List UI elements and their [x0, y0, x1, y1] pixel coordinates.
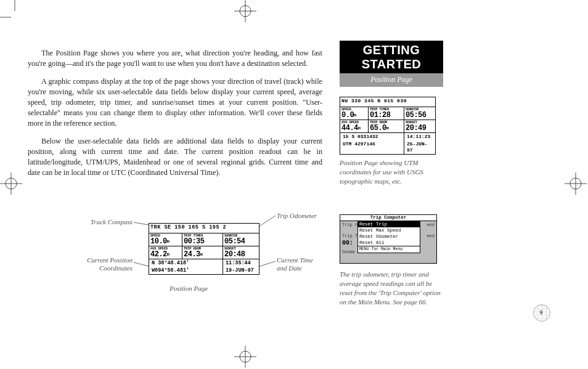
section-header: GETTING STARTED Position Page [340, 41, 443, 87]
lcd-date: 19-JUN-97 [226, 267, 254, 274]
svg-point-2 [240, 6, 251, 17]
menu-item-reset-trip[interactable]: Reset Trip [358, 221, 420, 227]
svg-point-11 [570, 178, 581, 189]
lcd-value: 05:56 [406, 112, 434, 120]
section-title: GETTING STARTED [340, 41, 443, 73]
lcd-pos: UTM 4297146 [343, 141, 375, 147]
section-subtitle: Position Page [340, 73, 443, 87]
reg-mark-bottom [228, 342, 265, 369]
lcd-value: 10.0 [150, 237, 167, 246]
svg-point-8 [6, 178, 17, 189]
lcd-value: 42.2 [150, 250, 167, 259]
paragraph-1: The Position Page shows you where you ar… [28, 48, 322, 69]
menu-item-reset-odometer[interactable]: Reset Odometer [358, 233, 420, 240]
lcd-screenshot-main: TRK SE 150 165 S 195 2 SPEED 10.0m TRIP … [149, 223, 259, 275]
main-text-column: The Position Page shows you where you ar… [28, 48, 322, 185]
page-number-badge: 9 [533, 304, 549, 320]
bg-text: eed [427, 233, 435, 238]
lcd-time: 11:35:44 [226, 260, 251, 266]
lcd-value: 05:54 [224, 238, 258, 246]
lcd-pos: W094°56.481' [152, 267, 189, 274]
lcd-compass-strip: TRK SE 150 165 S 195 2 [149, 224, 259, 233]
position-page-diagram: Track Compass Trip Odometer Current Posi… [28, 202, 322, 307]
lcd-value: 20:49 [406, 124, 434, 132]
trip-computer-menu: Reset Trip Reset Max Speed Reset Odomete… [357, 221, 420, 253]
paragraph-2: A graphic compass display at the top of … [28, 76, 322, 129]
reg-mark-right [561, 166, 588, 203]
lcd-screenshot-utm: NW 330 345 N 015 030 SPEED 0.0m TRIP TIM… [340, 97, 436, 155]
reg-mark-left [0, 166, 27, 203]
caption-utm: Position Page showing UTM coordinates fo… [340, 158, 438, 186]
svg-point-5 [240, 351, 251, 362]
lcd-screenshot-menu: Trip Od eed Trip Ti eed 00: Odome Trip C… [340, 214, 437, 264]
paragraph-3: Below the user-selectable data fields ar… [28, 136, 322, 178]
lcd-pos: 15 S 0331432 [343, 134, 378, 140]
lcd-value: 00:35 [184, 238, 221, 246]
menu-item-reset-all[interactable]: Reset All [358, 240, 420, 246]
lcd-value: 0.0 [341, 111, 354, 120]
page-number: 9 [533, 309, 549, 315]
menu-item-reset-max-speed[interactable]: Reset Max Speed [358, 227, 420, 233]
lcd-time: 14:11:23 [407, 134, 430, 140]
bg-text: eed [427, 222, 435, 227]
caption-menu: The trip odometer, trip timer and averag… [340, 270, 442, 307]
lcd-pos: N 38°48.418' [152, 260, 189, 266]
lcd-value: 01:28 [370, 112, 402, 120]
lcd-value: 24.3 [184, 250, 200, 259]
lcd-value: 65.0 [370, 124, 386, 132]
bg-text: Odome [342, 249, 355, 254]
menu-hint: MENU for Main Menu [358, 246, 420, 253]
bg-text: 00: [342, 240, 353, 246]
lcd-value: 20:48 [224, 251, 258, 259]
lcd-value: 44.4 [341, 124, 358, 132]
reg-mark-top [228, 0, 265, 27]
sidebar: GETTING STARTED Position Page NW 330 345… [340, 41, 444, 307]
lcd-compass-strip: NW 330 345 N 015 030 [340, 97, 435, 107]
lcd-date: 25-JUN-97 [407, 141, 433, 153]
